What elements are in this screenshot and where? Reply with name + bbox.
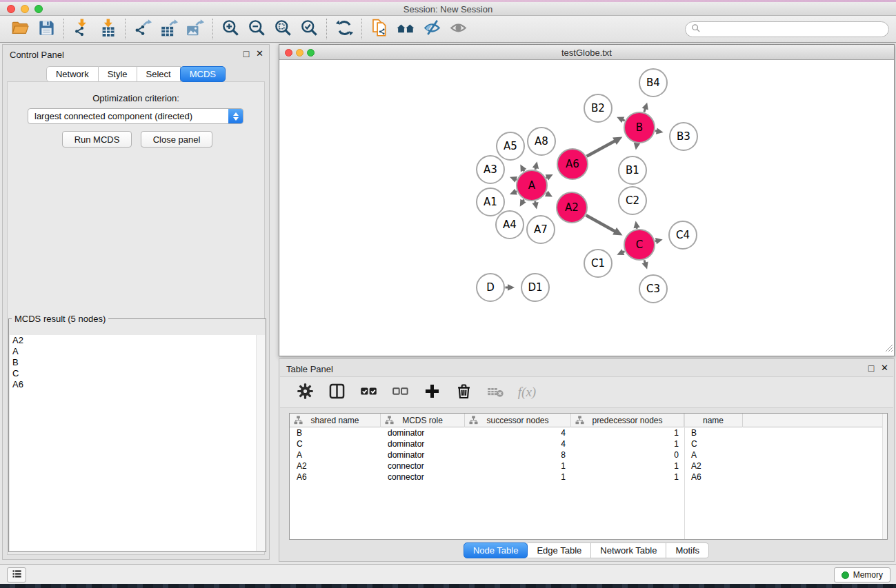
cell-name[interactable]: B bbox=[684, 427, 743, 438]
create-column-button[interactable] bbox=[418, 381, 446, 403]
cell-predecessor-nodes[interactable]: 0 bbox=[571, 449, 684, 460]
graph-node-C[interactable]: C bbox=[624, 230, 655, 260]
cell-name[interactable]: A bbox=[684, 449, 743, 460]
graph-node-A4[interactable]: A4 bbox=[496, 211, 524, 239]
cell-predecessor-nodes[interactable]: 1 bbox=[571, 438, 684, 449]
close-panel-icon[interactable]: ✕ bbox=[256, 49, 263, 59]
cell-MCDS-role[interactable]: connector bbox=[381, 460, 465, 472]
table-row[interactable]: A2connector11A2 bbox=[290, 460, 887, 472]
tab-node-table[interactable]: Node Table bbox=[464, 543, 528, 558]
open-session-button[interactable] bbox=[7, 18, 33, 40]
graph-node-D1[interactable]: D1 bbox=[521, 274, 549, 301]
column-header-shared-name[interactable]: shared name bbox=[290, 414, 381, 427]
show-graphics-button[interactable] bbox=[445, 18, 471, 40]
tab-network-table[interactable]: Network Table bbox=[591, 543, 666, 558]
zoom-selected-button[interactable] bbox=[296, 18, 322, 40]
column-header-name[interactable]: name bbox=[684, 414, 743, 427]
graph-node-B[interactable]: B bbox=[624, 112, 655, 143]
graph-node-A2[interactable]: A2 bbox=[557, 192, 587, 223]
table-scrollbar-track[interactable] bbox=[882, 414, 887, 539]
cell-successor-nodes[interactable]: 8 bbox=[465, 449, 571, 460]
mcds-result-item[interactable]: A2 bbox=[10, 335, 265, 346]
close-panel-button[interactable]: Close panel bbox=[141, 131, 212, 148]
table-row[interactable]: Adominator80A bbox=[290, 449, 887, 460]
import-network-button[interactable] bbox=[68, 18, 94, 40]
float-panel-icon[interactable]: □ bbox=[243, 49, 249, 59]
graph-node-B3[interactable]: B3 bbox=[670, 123, 697, 150]
tab-network[interactable]: Network bbox=[46, 66, 99, 82]
graph-node-A6[interactable]: A6 bbox=[557, 149, 588, 179]
network-document-button[interactable] bbox=[366, 18, 392, 40]
export-image-button[interactable] bbox=[182, 18, 208, 40]
save-session-button[interactable] bbox=[33, 18, 59, 40]
graph-node-C4[interactable]: C4 bbox=[669, 221, 697, 249]
tab-style[interactable]: Style bbox=[99, 66, 137, 82]
import-table-button[interactable] bbox=[94, 18, 121, 40]
cell-MCDS-role[interactable]: connector bbox=[381, 472, 465, 483]
cell-MCDS-role[interactable]: dominator bbox=[381, 427, 465, 438]
mcds-result-item[interactable]: C bbox=[10, 368, 265, 379]
hide-graphics-button[interactable] bbox=[419, 18, 445, 40]
graph-node-D[interactable]: D bbox=[477, 274, 504, 301]
graph-node-B1[interactable]: B1 bbox=[619, 156, 646, 184]
cell-successor-nodes[interactable]: 4 bbox=[465, 438, 571, 449]
graph-node-A7[interactable]: A7 bbox=[527, 216, 555, 243]
show-panels-button[interactable] bbox=[7, 567, 26, 582]
graph-node-C2[interactable]: C2 bbox=[619, 187, 646, 214]
show-columns-button[interactable] bbox=[323, 381, 350, 403]
home-button[interactable] bbox=[392, 18, 419, 40]
network-canvas[interactable]: B4B2BB3A8A5A6A3B1AC2A1A2A4A7C4CC1DD1C3 bbox=[279, 60, 894, 356]
table-settings-button[interactable] bbox=[291, 381, 319, 403]
mcds-result-item[interactable]: A6 bbox=[10, 379, 265, 390]
cell-predecessor-nodes[interactable]: 1 bbox=[571, 460, 684, 472]
column-header-predecessor-nodes[interactable]: predecessor nodes bbox=[571, 414, 684, 427]
table-close-panel-icon[interactable]: ✕ bbox=[881, 363, 888, 373]
tab-motifs[interactable]: Motifs bbox=[666, 543, 709, 558]
graph-node-C1[interactable]: C1 bbox=[584, 250, 612, 277]
deselect-all-button[interactable] bbox=[386, 381, 414, 403]
graph-node-A8[interactable]: A8 bbox=[528, 128, 555, 155]
cell-MCDS-role[interactable]: dominator bbox=[381, 438, 465, 449]
tab-edge-table[interactable]: Edge Table bbox=[528, 543, 591, 558]
tab-select[interactable]: Select bbox=[137, 66, 181, 82]
table-row[interactable]: Bdominator41B bbox=[290, 427, 887, 438]
cell-name[interactable]: A2 bbox=[684, 460, 743, 472]
table-row[interactable]: A6connector11A6 bbox=[290, 472, 887, 483]
graph-node-C3[interactable]: C3 bbox=[639, 275, 667, 303]
graph-node-A[interactable]: A bbox=[517, 170, 547, 201]
optimization-criterion-select[interactable]: largest connected component (directed) bbox=[28, 108, 243, 124]
cell-MCDS-role[interactable]: dominator bbox=[381, 449, 465, 460]
mcds-result-list[interactable]: A2ABCA6 bbox=[10, 335, 265, 551]
mcds-result-item[interactable]: B bbox=[10, 357, 265, 368]
cell-successor-nodes[interactable]: 4 bbox=[465, 427, 571, 438]
cell-successor-nodes[interactable]: 1 bbox=[465, 472, 571, 483]
result-scrollbar-track[interactable] bbox=[256, 335, 265, 551]
search-field[interactable] bbox=[685, 21, 889, 37]
refresh-layout-button[interactable] bbox=[331, 18, 357, 40]
zoom-fit-button[interactable] bbox=[270, 18, 296, 40]
table-float-panel-icon[interactable]: □ bbox=[868, 363, 874, 373]
cell-shared-name[interactable]: A6 bbox=[290, 472, 381, 483]
graph-node-B4[interactable]: B4 bbox=[639, 69, 667, 97]
graph-node-A1[interactable]: A1 bbox=[477, 188, 504, 216]
run-mcds-button[interactable]: Run MCDS bbox=[62, 131, 132, 148]
delete-column-button[interactable] bbox=[450, 381, 477, 403]
memory-button[interactable]: Memory bbox=[834, 567, 890, 582]
cell-shared-name[interactable]: A bbox=[290, 449, 381, 460]
mcds-result-item[interactable]: A bbox=[10, 346, 265, 357]
select-all-button[interactable] bbox=[355, 381, 382, 403]
cell-predecessor-nodes[interactable]: 1 bbox=[571, 427, 684, 438]
search-input[interactable] bbox=[704, 23, 888, 36]
node-table[interactable]: shared nameMCDS rolesuccessor nodesprede… bbox=[289, 413, 888, 540]
export-network-button[interactable] bbox=[130, 18, 156, 40]
cell-name[interactable]: C bbox=[684, 438, 743, 449]
resize-grip-icon[interactable] bbox=[884, 343, 893, 355]
export-table-button[interactable] bbox=[156, 18, 182, 40]
column-header-successor-nodes[interactable]: successor nodes bbox=[465, 414, 571, 427]
graph-node-A3[interactable]: A3 bbox=[477, 156, 504, 183]
zoom-out-button[interactable] bbox=[243, 18, 270, 40]
graph-node-A5[interactable]: A5 bbox=[497, 132, 524, 160]
cell-shared-name[interactable]: B bbox=[290, 427, 381, 438]
cell-successor-nodes[interactable]: 1 bbox=[465, 460, 571, 472]
graph-node-B2[interactable]: B2 bbox=[584, 94, 612, 122]
